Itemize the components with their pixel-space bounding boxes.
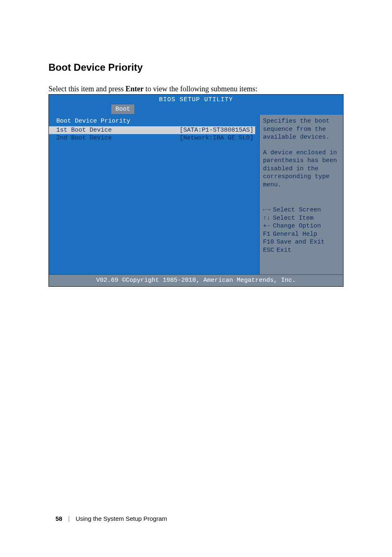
intro-bold: Enter <box>125 85 143 93</box>
bios-row2-value: [Network:IBA GE SLO] <box>180 134 255 142</box>
nav-change-option-label: Change Option <box>273 222 321 230</box>
nav-f1-key: F1 <box>263 230 270 239</box>
help-line3: available devices. <box>263 133 340 142</box>
help-line2: sequence from the <box>263 125 340 134</box>
nav-select-screen: ←→ Select Screen <box>263 206 340 214</box>
bios-tabbar: Boot <box>49 104 343 115</box>
intro-pre: Select this item and press <box>48 85 125 93</box>
bios-tab-boot[interactable]: Boot <box>111 104 134 114</box>
nav-select-screen-label: Select Screen <box>273 206 321 214</box>
nav-change-option: +- Change Option <box>263 222 340 230</box>
intro-text: Select this item and press Enter to view… <box>48 85 344 93</box>
nav-exit: ESC Exit <box>263 246 340 255</box>
bios-row2-label: 2nd Boot Device <box>56 134 112 142</box>
footer-separator: | <box>68 515 70 522</box>
help-line8: menu. <box>263 181 340 189</box>
help-line6: disabled in the <box>263 165 340 173</box>
nav-plusminus-key: +- <box>263 222 270 230</box>
nav-exit-label: Exit <box>277 246 291 255</box>
help-line5: parenthesis has been <box>263 157 340 165</box>
intro-post: to view the following submenu items: <box>143 85 257 93</box>
nav-general-help: F1 General Help <box>263 230 340 239</box>
nav-f10-key: F10 <box>263 238 274 246</box>
nav-arrows-lr-icon: ←→ <box>263 206 270 214</box>
bios-left-pane: Boot Device Priority 1st Boot Device [SA… <box>49 115 259 274</box>
page-footer: 58 | Using the System Setup Program <box>55 515 167 522</box>
bios-row-2nd-boot[interactable]: 2nd Boot Device [Network:IBA GE SLO] <box>56 134 255 142</box>
footer-section-name: Using the System Setup Program <box>76 515 167 522</box>
bios-screenshot: BIOS SETUP UTILITY Boot Boot Device Prio… <box>48 94 344 287</box>
nav-save-exit-label: Save and Exit <box>277 238 325 246</box>
nav-select-item-label: Select Item <box>273 214 314 223</box>
nav-select-item: ↑↓ Select Item <box>263 214 340 223</box>
nav-esc-key: ESC <box>263 246 274 255</box>
bios-help-pane: Specifies the boot sequence from the ava… <box>259 115 343 274</box>
bios-row1-value: [SATA:P1-ST380815AS] <box>180 126 255 135</box>
nav-save-exit: F10 Save and Exit <box>263 238 340 246</box>
section-heading: Boot Device Priority <box>48 62 344 73</box>
nav-arrows-ud-icon: ↑↓ <box>263 214 270 223</box>
page-number: 58 <box>55 515 62 522</box>
nav-general-help-label: General Help <box>273 230 317 239</box>
bios-row-1st-boot[interactable]: 1st Boot Device [SATA:P1-ST380815AS] <box>49 126 255 135</box>
bios-section-title: Boot Device Priority <box>56 117 255 125</box>
bios-row1-label: 1st Boot Device <box>56 126 112 135</box>
help-line7: corresponding type <box>263 173 340 181</box>
bios-footer: V02.69 ©Copyright 1985-2010, American Me… <box>49 274 343 286</box>
help-line4: A device enclosed in <box>263 149 340 157</box>
help-line1: Specifies the boot <box>263 117 340 125</box>
bios-title: BIOS SETUP UTILITY <box>49 95 343 104</box>
